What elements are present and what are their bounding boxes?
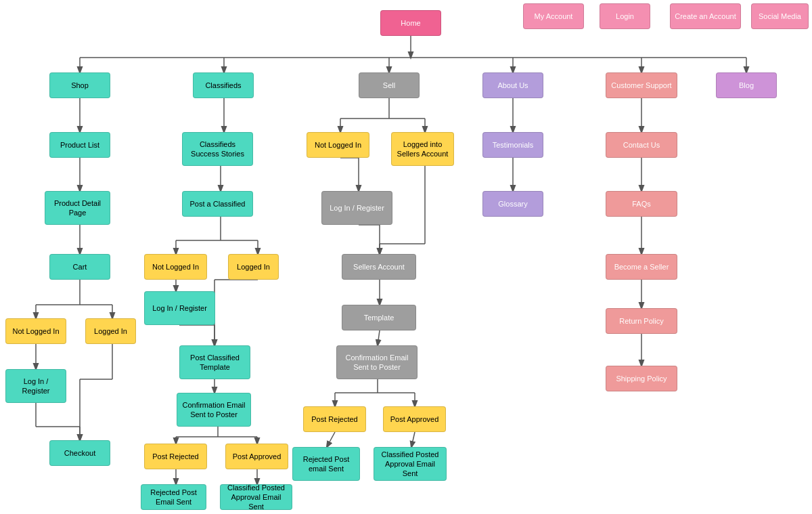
product-list-node: Product List bbox=[49, 132, 110, 158]
login-register-classified-node: Log In / Register bbox=[144, 291, 215, 325]
create-account-node: Create an Account bbox=[670, 3, 741, 29]
cart-node: Cart bbox=[49, 254, 110, 280]
home-node: Home bbox=[380, 10, 441, 36]
approved-email-classified-node: Classified Posted Approval Email Sent bbox=[220, 484, 292, 510]
login-register-cart-node: Log In / Register bbox=[5, 369, 66, 403]
classifieds-node: Classifieds bbox=[193, 72, 254, 98]
sitemap-diagram: Home My Account Login Create an Account … bbox=[0, 0, 812, 514]
logged-into-sellers-node: Logged into Sellers Account bbox=[391, 132, 454, 166]
sell-node: Sell bbox=[359, 72, 420, 98]
customer-support-node: Customer Support bbox=[606, 72, 677, 98]
glossary-node: Glossary bbox=[482, 191, 543, 217]
login-register-sell-node: Log In / Register bbox=[321, 191, 392, 225]
svg-line-58 bbox=[411, 432, 415, 447]
not-logged-in-cart-node: Not Logged In bbox=[5, 318, 66, 344]
confirmation-email-sell-node: Confirmation Email Sent to Poster bbox=[336, 345, 418, 379]
post-rejected-sell-node: Post Rejected bbox=[303, 406, 366, 432]
social-media-node: Social Media bbox=[751, 3, 809, 29]
svg-line-52 bbox=[378, 330, 380, 345]
post-rejected-classified-node: Post Rejected bbox=[144, 444, 207, 469]
logged-in-classified-node: Logged In bbox=[228, 254, 279, 280]
product-detail-node: Product Detail Page bbox=[45, 191, 110, 225]
post-classified-node: Post a Classified bbox=[182, 191, 253, 217]
rejected-email-classified-node: Rejected Post Email Sent bbox=[141, 484, 206, 510]
confirmation-email-classified-node: Confirmation Email Sent to Poster bbox=[177, 393, 251, 427]
post-approved-classified-node: Post Approved bbox=[225, 444, 288, 469]
faqs-node: FAQs bbox=[606, 191, 677, 217]
post-classified-template-node: Post Classified Template bbox=[179, 345, 250, 379]
logged-in-cart-node: Logged In bbox=[85, 318, 136, 344]
shipping-policy-node: Shipping Policy bbox=[606, 366, 677, 391]
my-account-node: My Account bbox=[523, 3, 584, 29]
contact-us-node: Contact Us bbox=[606, 132, 677, 158]
sellers-account-node: Sellers Account bbox=[342, 254, 416, 280]
svg-line-57 bbox=[327, 432, 335, 447]
become-seller-node: Become a Seller bbox=[606, 254, 677, 280]
not-logged-in-classified-node: Not Logged In bbox=[144, 254, 207, 280]
rejected-email-sell-node: Rejected Post email Sent bbox=[292, 447, 360, 481]
blog-node: Blog bbox=[716, 72, 777, 98]
return-policy-node: Return Policy bbox=[606, 308, 677, 334]
shop-node: Shop bbox=[49, 72, 110, 98]
post-approved-sell-node: Post Approved bbox=[383, 406, 446, 432]
checkout-node: Checkout bbox=[49, 440, 110, 466]
classifieds-success-node: Classifieds Success Stories bbox=[182, 132, 253, 166]
about-us-node: About Us bbox=[482, 72, 543, 98]
testimonials-node: Testimonials bbox=[482, 132, 543, 158]
login-node: Login bbox=[600, 3, 650, 29]
not-logged-in-sell-node: Not Logged In bbox=[307, 132, 369, 158]
template-node: Template bbox=[342, 305, 416, 330]
approved-email-sell-node: Classified Posted Approval Email Sent bbox=[374, 447, 447, 481]
